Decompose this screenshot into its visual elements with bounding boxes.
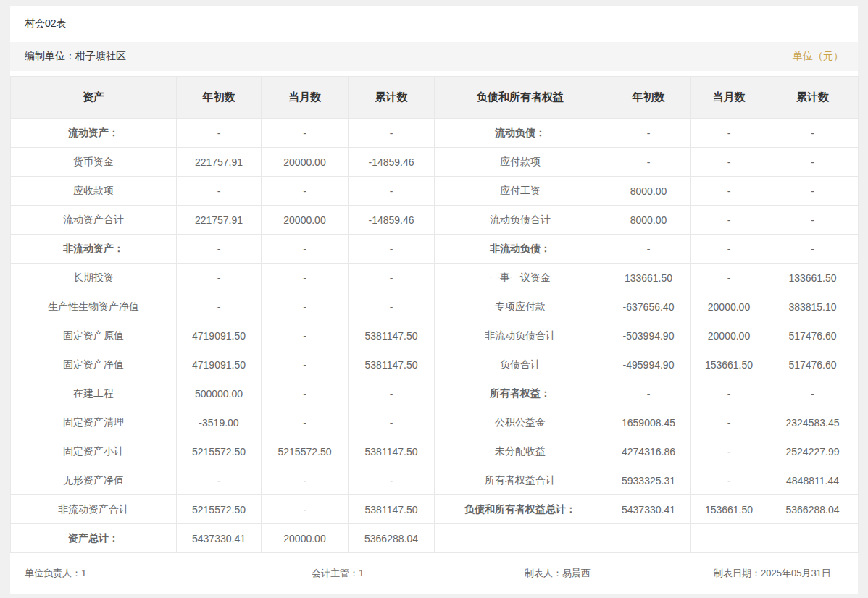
liability-total-value: - <box>767 119 859 148</box>
liability-month-value <box>691 524 767 553</box>
asset-month-value: - <box>262 495 349 524</box>
table-row: 固定资产清理-3519.00--公积公益金1659008.45-2324583.… <box>11 408 859 437</box>
asset-total-value: 5381147.50 <box>349 437 435 466</box>
liability-initial-value[interactable]: 133661.50 <box>606 264 691 292</box>
liability-month-value: - <box>691 379 767 408</box>
accountant-label: 会计主管： <box>312 568 359 578</box>
asset-month-value: - <box>262 350 349 379</box>
report-screen: 村会02表 编制单位：柑子塘社区 单位（元） 资产 年初数 当月数 累 <box>0 0 868 598</box>
prepared-by-value: 柑子塘社区 <box>75 50 126 62</box>
liability-initial-value[interactable]: -503994.90 <box>606 321 691 350</box>
signature-footer: 单位负责人：1 会计主管：1 制表人：易晨西 制表日期：2025年05月31日 <box>10 553 858 593</box>
asset-total-value: - <box>349 292 435 321</box>
asset-total-value: - <box>349 177 435 206</box>
asset-initial-value[interactable]: 5437330.41 <box>177 524 262 553</box>
prepared-by-band: 编制单位：柑子塘社区 单位（元） <box>10 42 858 71</box>
liability-total-value: 517476.60 <box>767 350 859 379</box>
preparer-label: 制表人： <box>525 568 562 578</box>
asset-total-value: -14859.46 <box>349 206 435 235</box>
asset-initial-value[interactable]: 500000.00 <box>177 379 262 408</box>
liability-total-value: - <box>767 148 859 177</box>
liability-month-value: - <box>691 119 767 148</box>
liability-initial-value[interactable]: - <box>606 148 691 177</box>
liability-initial-value[interactable]: - <box>606 235 691 264</box>
table-row: 固定资产净值4719091.50-5381147.50负债合计-495994.9… <box>11 350 859 379</box>
col-header-liabilities-equity: 负债和所有者权益 <box>435 77 606 119</box>
asset-initial-value[interactable]: 221757.91 <box>177 148 262 177</box>
asset-initial-value[interactable]: - <box>177 292 262 321</box>
table-row: 无形资产净值---所有者权益合计5933325.31-4848811.44 <box>11 466 859 495</box>
liability-initial-value[interactable]: -637656.40 <box>606 292 691 321</box>
asset-total-value: - <box>349 235 435 264</box>
asset-month-value: 20000.00 <box>262 206 349 235</box>
col-header-asset-total: 累计数 <box>349 77 435 119</box>
liability-initial-value[interactable]: 5437330.41 <box>606 495 691 524</box>
liability-month-value: - <box>691 235 767 264</box>
asset-initial-value[interactable]: 5215572.50 <box>177 437 262 466</box>
liability-name-cell: 所有者权益合计 <box>435 466 606 495</box>
table-row: 在建工程500000.00--所有者权益：--- <box>11 379 859 408</box>
asset-name-cell: 非流动资产合计 <box>11 495 177 524</box>
liability-total-value: 517476.60 <box>767 321 859 350</box>
asset-initial-value[interactable]: - <box>177 119 262 148</box>
prepared-by: 编制单位：柑子塘社区 <box>25 50 126 63</box>
asset-initial-value[interactable]: -3519.00 <box>177 408 262 437</box>
liability-name-cell: 非流动负债合计 <box>435 321 606 350</box>
asset-month-value: - <box>262 292 349 321</box>
liability-month-value: - <box>691 466 767 495</box>
liability-initial-value[interactable]: 8000.00 <box>606 206 691 235</box>
liability-initial-value[interactable]: -495994.90 <box>606 350 691 379</box>
liability-initial-value[interactable]: - <box>606 379 691 408</box>
liability-name-cell: 未分配收益 <box>435 437 606 466</box>
liability-initial-value[interactable]: 1659008.45 <box>606 408 691 437</box>
asset-month-value: 5215572.50 <box>262 437 349 466</box>
liability-name-cell: 专项应付款 <box>435 292 606 321</box>
liability-month-value: 153661.50 <box>691 350 767 379</box>
asset-initial-value[interactable]: 221757.91 <box>177 206 262 235</box>
liability-initial-value[interactable]: - <box>606 119 691 148</box>
asset-total-value: - <box>349 408 435 437</box>
asset-name-cell: 应收款项 <box>11 177 177 206</box>
liability-initial-value[interactable]: 5933325.31 <box>606 466 691 495</box>
asset-name-cell: 资产总计： <box>11 524 177 553</box>
col-header-asset-initial: 年初数 <box>177 77 262 119</box>
liability-initial-value <box>606 524 691 553</box>
asset-initial-value[interactable]: - <box>177 177 262 206</box>
asset-initial-value[interactable]: 5215572.50 <box>177 495 262 524</box>
footer-accountant: 会计主管：1 <box>312 567 364 580</box>
liability-initial-value[interactable]: 8000.00 <box>606 177 691 206</box>
asset-name-cell: 固定资产小计 <box>11 437 177 466</box>
table-row: 非流动资产：---非流动负债：--- <box>11 235 859 264</box>
asset-initial-value[interactable]: - <box>177 466 262 495</box>
liability-total-value: 2324583.45 <box>767 408 859 437</box>
liability-total-value: - <box>767 235 859 264</box>
asset-month-value: 20000.00 <box>262 524 349 553</box>
accountant-value: 1 <box>359 568 364 578</box>
liability-name-cell: 非流动负债： <box>435 235 606 264</box>
liability-month-value: - <box>691 408 767 437</box>
table-row: 固定资产小计5215572.505215572.505381147.50未分配收… <box>11 437 859 466</box>
asset-initial-value[interactable]: - <box>177 264 262 292</box>
asset-initial-value[interactable]: 4719091.50 <box>177 321 262 350</box>
liability-initial-value[interactable]: 4274316.86 <box>606 437 691 466</box>
asset-name-cell: 货币资金 <box>11 148 177 177</box>
asset-total-value: 5381147.50 <box>349 321 435 350</box>
asset-initial-value[interactable]: 4719091.50 <box>177 350 262 379</box>
liability-month-value: 153661.50 <box>691 495 767 524</box>
form-code: 村会02表 <box>25 17 67 30</box>
asset-total-value: 5381147.50 <box>349 495 435 524</box>
col-header-liability-initial: 年初数 <box>606 77 691 119</box>
liability-total-value: - <box>767 206 859 235</box>
asset-total-value: - <box>349 379 435 408</box>
asset-month-value: - <box>262 466 349 495</box>
asset-name-cell: 生产性生物资产净值 <box>11 292 177 321</box>
asset-initial-value[interactable]: - <box>177 235 262 264</box>
asset-name-cell: 长期投资 <box>11 264 177 292</box>
liability-month-value: 20000.00 <box>691 321 767 350</box>
asset-month-value: 20000.00 <box>262 148 349 177</box>
table-row: 流动资产合计221757.9120000.00-14859.46流动负债合计80… <box>11 206 859 235</box>
asset-name-cell: 固定资产清理 <box>11 408 177 437</box>
asset-month-value: - <box>262 321 349 350</box>
asset-name-cell: 固定资产净值 <box>11 350 177 379</box>
table-row: 流动资产：---流动负债：--- <box>11 119 859 148</box>
